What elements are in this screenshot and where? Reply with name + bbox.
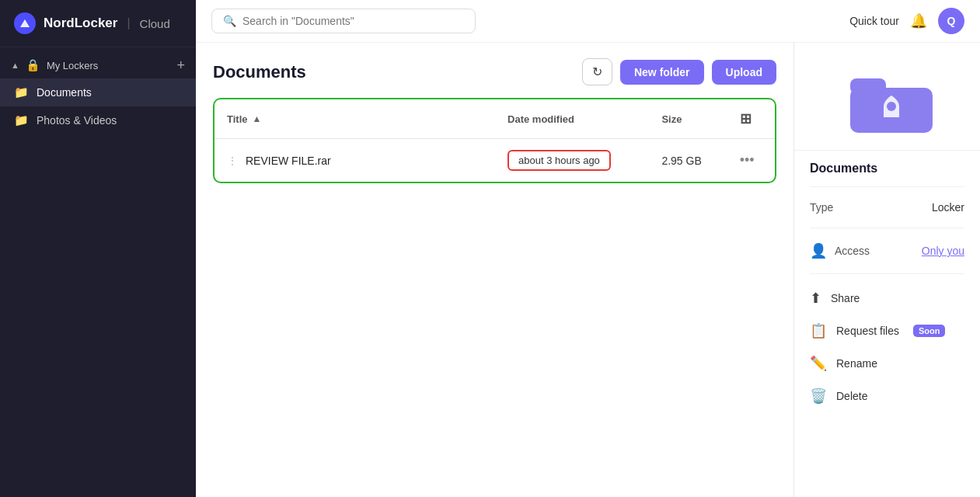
upload-button[interactable]: Upload [712, 60, 776, 85]
delete-action[interactable]: 🗑️ Delete [794, 380, 980, 412]
sidebar-item-documents[interactable]: 📁 Documents [0, 78, 196, 106]
access-icon: 👤 [810, 242, 827, 259]
content-area: Documents ↻ New folder Upload [196, 43, 980, 497]
folder-svg-icon [849, 66, 934, 136]
right-panel: Documents Type Locker 👤 Access Only you … [793, 43, 980, 497]
folder-icon: 📁 [14, 85, 29, 99]
sidebar-item-documents-label: Documents [37, 86, 92, 99]
size-value: 2.95 GB [661, 155, 701, 167]
table-header-row: Title ▲ Date modified Size [214, 99, 775, 139]
app-name: NordLocker [44, 16, 117, 31]
more-options-cell: ••• [727, 139, 775, 182]
quick-tour-button[interactable]: Quick tour [849, 15, 899, 27]
sidebar-item-photos-label: Photos & Videos [37, 114, 117, 127]
photos-icon: 📁 [14, 113, 29, 127]
refresh-icon: ↻ [592, 64, 602, 79]
chevron-up-icon: ▲ [11, 61, 19, 70]
delete-icon: 🗑️ [810, 388, 827, 405]
request-files-action[interactable]: 📋 Request files Soon [794, 315, 980, 347]
grid-view-icon[interactable]: ⊞ [740, 111, 752, 127]
size-column-header: Size [649, 99, 727, 139]
ellipsis-icon: ••• [740, 152, 755, 169]
refresh-button[interactable]: ↻ [582, 58, 612, 85]
share-action[interactable]: ⬆ Share [794, 282, 980, 315]
date-modified-value: about 3 hours ago [507, 150, 611, 171]
logo-separator: | [127, 16, 130, 30]
avatar-initials: Q [947, 15, 956, 27]
rename-label: Rename [836, 357, 877, 370]
folder-preview [794, 43, 980, 151]
size-col-label: Size [661, 113, 682, 125]
my-lockers-section: ▲ 🔒 My Lockers + [0, 47, 196, 78]
section-label: My Lockers [47, 60, 98, 71]
file-browser-header: Documents ↻ New folder Upload [213, 58, 776, 85]
date-modified-column-header: Date modified [495, 99, 649, 139]
header-right: Quick tour 🔔 Q [849, 8, 964, 34]
search-box: 🔍 [211, 9, 476, 33]
header-bar: 🔍 Quick tour 🔔 Q [196, 0, 980, 43]
access-label: Access [835, 245, 870, 257]
share-icon: ⬆ [810, 290, 821, 307]
file-name-cell: ⋮ REVIEW FILE.rar [214, 139, 495, 182]
drag-handle-icon: ⋮ [227, 155, 238, 167]
rename-action[interactable]: ✏️ Rename [794, 347, 980, 380]
view-toggle-column-header: ⊞ [727, 99, 775, 139]
search-icon: 🔍 [223, 15, 236, 27]
type-row: Type Locker [794, 195, 980, 220]
locker-icon-sm: 🔒 [26, 58, 40, 72]
soon-badge: Soon [913, 325, 946, 337]
file-table-wrapper: Title ▲ Date modified Size [213, 98, 776, 183]
file-browser: Documents ↻ New folder Upload [196, 43, 793, 497]
more-options-button[interactable]: ••• [740, 152, 755, 169]
sidebar-item-photos-videos[interactable]: 📁 Photos & Videos [0, 106, 196, 134]
rename-icon: ✏️ [810, 355, 827, 372]
access-row: 👤 Access Only you [794, 236, 980, 266]
request-files-icon: 📋 [810, 322, 827, 339]
access-row-inner: 👤 Access [810, 242, 870, 259]
panel-divider-2 [810, 228, 964, 228]
svg-point-3 [887, 102, 896, 111]
folder-preview-icon [849, 66, 926, 134]
delete-label: Delete [836, 390, 867, 402]
table-row: ⋮ REVIEW FILE.rar about 3 hours ago 2.95… [214, 139, 775, 182]
panel-folder-name: Documents [794, 151, 980, 179]
section-left: ▲ 🔒 My Lockers [11, 58, 98, 72]
add-locker-button[interactable]: + [176, 58, 185, 72]
type-value: Locker [932, 201, 964, 214]
nordlocker-logo-icon [14, 12, 36, 34]
file-table: Title ▲ Date modified Size [214, 99, 775, 182]
new-folder-button[interactable]: New folder [620, 60, 704, 85]
title-column-header: Title ▲ [214, 99, 495, 139]
date-modified-cell: about 3 hours ago [495, 139, 649, 182]
panel-divider-1 [810, 186, 964, 187]
panel-divider-3 [810, 273, 964, 274]
bell-icon: 🔔 [910, 12, 927, 30]
title-col-label: Title [227, 113, 248, 125]
request-files-label: Request files [836, 325, 899, 337]
avatar-button[interactable]: Q [938, 8, 964, 34]
access-value[interactable]: Only you [922, 245, 964, 257]
share-label: Share [831, 292, 860, 304]
size-cell: 2.95 GB [649, 139, 727, 182]
app-cloud-label: Cloud [140, 17, 170, 30]
type-label: Type [810, 201, 833, 214]
main-content: 🔍 Quick tour 🔔 Q Documents ↻ New folde [196, 0, 980, 497]
sidebar: NordLocker | Cloud ▲ 🔒 My Lockers + 📁 Do… [0, 0, 196, 497]
notifications-button[interactable]: 🔔 [910, 12, 927, 30]
page-title: Documents [213, 62, 306, 82]
date-col-label: Date modified [507, 113, 574, 125]
toolbar-right: ↻ New folder Upload [582, 58, 776, 85]
file-name: REVIEW FILE.rar [246, 155, 331, 167]
sort-asc-icon: ▲ [253, 113, 262, 124]
search-input[interactable] [242, 15, 464, 27]
logo-area: NordLocker | Cloud [0, 0, 196, 47]
